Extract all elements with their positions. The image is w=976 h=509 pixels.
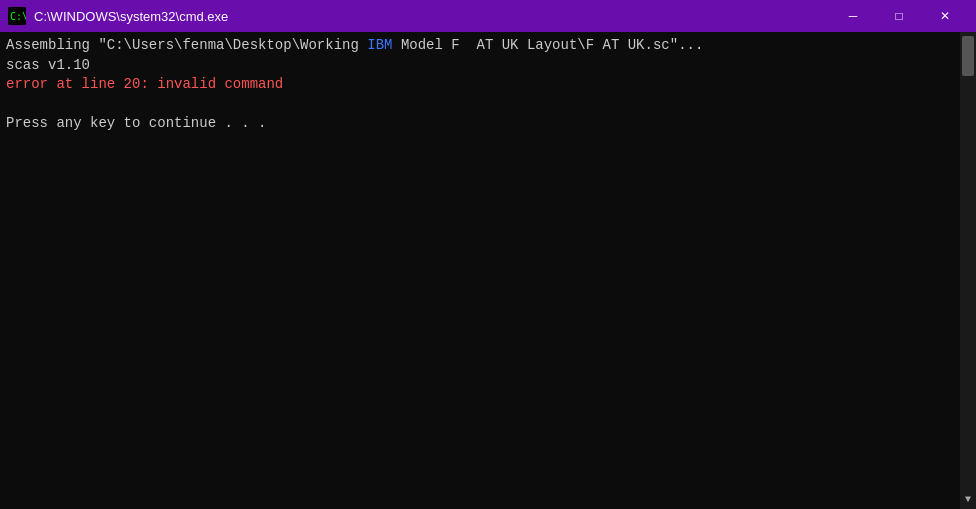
scrollbar-thumb[interactable] bbox=[962, 36, 974, 76]
scrollbar[interactable]: ▼ bbox=[960, 32, 976, 509]
cmd-icon: C:\ bbox=[8, 7, 26, 25]
console-line-prompt: Press any key to continue . . . bbox=[6, 114, 970, 134]
scrollbar-arrow-down[interactable]: ▼ bbox=[965, 494, 971, 505]
console-line-version: scas v1.10 bbox=[6, 56, 970, 76]
titlebar-title: C:\WINDOWS\system32\cmd.exe bbox=[34, 9, 228, 24]
minimize-button[interactable]: ─ bbox=[830, 0, 876, 32]
console-line-assemble: Assembling "C:\Users\fenma\Desktop\Worki… bbox=[6, 36, 970, 56]
console-line-error: error at line 20: invalid command bbox=[6, 75, 970, 95]
titlebar-controls: ─ □ ✕ bbox=[830, 0, 968, 32]
maximize-button[interactable]: □ bbox=[876, 0, 922, 32]
cmd-window: C:\ C:\WINDOWS\system32\cmd.exe ─ □ ✕ As… bbox=[0, 0, 976, 509]
console-body[interactable]: Assembling "C:\Users\fenma\Desktop\Worki… bbox=[0, 32, 976, 509]
ibm-highlight: IBM bbox=[367, 37, 392, 53]
close-button[interactable]: ✕ bbox=[922, 0, 968, 32]
titlebar: C:\ C:\WINDOWS\system32\cmd.exe ─ □ ✕ bbox=[0, 0, 976, 32]
svg-text:C:\: C:\ bbox=[10, 11, 26, 22]
console-line-blank bbox=[6, 95, 970, 115]
titlebar-left: C:\ C:\WINDOWS\system32\cmd.exe bbox=[8, 7, 228, 25]
